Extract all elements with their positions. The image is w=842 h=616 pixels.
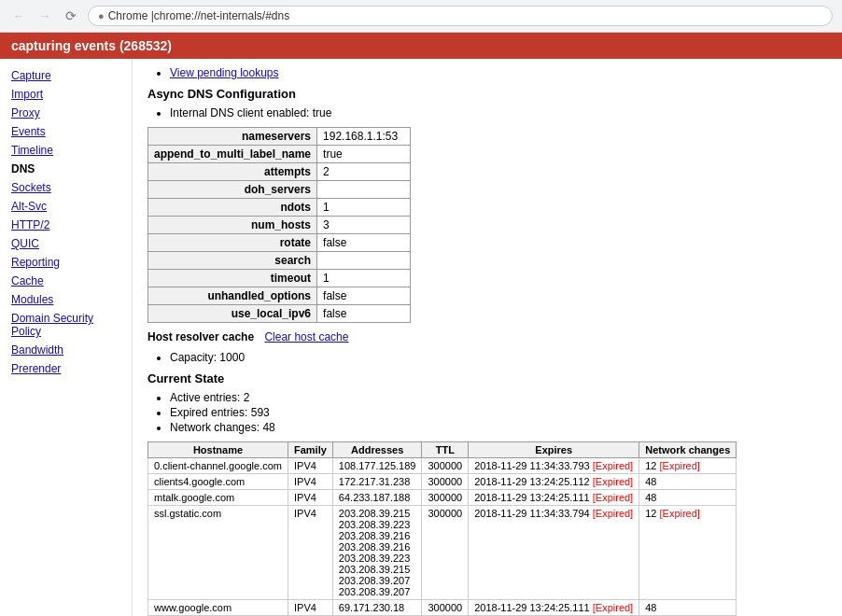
expired-badge: [Expired] [593, 492, 633, 503]
hostname-cell: clients4.google.com [148, 474, 288, 490]
current-state-item: Expired entries: 593 [170, 406, 827, 419]
expires-cell: 2018-11-29 13:24:25.112 [Expired] [469, 474, 639, 490]
table-row: www.google.comIPV469.171.230.18300000201… [148, 600, 737, 616]
address-url: chrome://net-internals/#dns [154, 9, 289, 22]
table-row: nameservers192.168.1.1:53 [148, 128, 411, 146]
addresses-cell: 108.177.125.189 [332, 458, 422, 474]
current-state-title: Current State [147, 371, 827, 385]
expired-badge: [Expired] [659, 508, 699, 519]
current-state-item: Network changes: 48 [170, 421, 827, 434]
table-header: Family [288, 442, 332, 458]
expires-cell: 2018-11-29 13:24:25.111 [Expired] [469, 490, 639, 506]
network-changes-cell: 48 [639, 490, 737, 506]
family-cell: IPV4 [288, 474, 332, 490]
hostname-cell: www.google.com [148, 600, 288, 616]
table-row: unhandled_optionsfalse [148, 287, 411, 305]
sidebar-item-quic[interactable]: QUIC [0, 234, 132, 253]
expires-cell: 2018-11-29 11:34:33.794 [Expired] [469, 506, 639, 600]
data-table: HostnameFamilyAddressesTTLExpiresNetwork… [147, 441, 737, 616]
expired-badge: [Expired] [593, 476, 633, 487]
table-row: search [148, 252, 411, 270]
sidebar-item-alt-svc[interactable]: Alt-Svc [0, 197, 132, 216]
sidebar-item-proxy[interactable]: Proxy [0, 104, 132, 122]
network-changes-cell: 12 [Expired] [639, 506, 737, 600]
expired-badge: [Expired] [659, 460, 699, 471]
dns-config-table: nameservers192.168.1.1:53append_to_multi… [147, 127, 411, 323]
addresses-cell: 203.208.39.215203.208.39.223203.208.39.2… [332, 506, 422, 600]
sidebar-item-dns[interactable]: DNS [0, 160, 132, 178]
current-state-item: Active entries: 2 [170, 391, 827, 404]
ttl-cell: 300000 [422, 490, 469, 506]
sidebar-item-capture[interactable]: Capture [0, 66, 132, 85]
ttl-cell: 300000 [422, 458, 469, 474]
table-row: 0.client-channel.google.comIPV4108.177.1… [148, 458, 737, 474]
network-changes-cell: 48 [639, 600, 737, 616]
sidebar-item-http-2[interactable]: HTTP/2 [0, 216, 132, 234]
expires-cell: 2018-11-29 11:34:33.793 [Expired] [469, 458, 639, 474]
sidebar-item-reporting[interactable]: Reporting [0, 253, 132, 272]
sidebar-item-import[interactable]: Import [0, 85, 132, 104]
sidebar-item-modules[interactable]: Modules [0, 290, 132, 309]
current-state-list: Active entries: 2Expired entries: 593Net… [170, 391, 827, 434]
table-row: timeout1 [148, 270, 411, 287]
family-cell: IPV4 [288, 490, 332, 506]
ttl-cell: 300000 [422, 474, 469, 490]
back-button[interactable]: ← [9, 7, 28, 25]
hostname-cell: mtalk.google.com [148, 490, 288, 506]
reload-button[interactable]: ⟳ [62, 7, 80, 25]
browser-toolbar: ← → ⟳ ● Chrome | chrome://net-internals/… [0, 0, 842, 33]
sidebar-item-events[interactable]: Events [0, 122, 132, 141]
expired-badge: [Expired] [593, 602, 633, 613]
host-resolver-section: Host resolver cache Clear host cache [147, 330, 827, 343]
table-row: ndots1 [148, 199, 411, 217]
table-row: ssl.gstatic.comIPV4203.208.39.215203.208… [148, 506, 737, 600]
sidebar-item-timeline[interactable]: Timeline [0, 141, 132, 160]
network-changes-cell: 48 [639, 474, 737, 490]
ttl-cell: 300000 [422, 506, 469, 600]
capacity-text: Capacity: 1000 [170, 351, 827, 364]
host-resolver-title: Host resolver cache [147, 330, 254, 343]
table-header: TTL [422, 442, 469, 458]
address-bar[interactable]: ● Chrome | chrome://net-internals/#dns [88, 6, 833, 26]
expired-badge: [Expired] [593, 460, 633, 471]
main-layout: CaptureImportProxyEventsTimelineDNSSocke… [0, 59, 842, 616]
internal-dns-text: Internal DNS client enabled: true [170, 106, 827, 119]
table-header: Network changes [639, 442, 737, 458]
content-area: View pending lookups Async DNS Configura… [133, 59, 842, 616]
addresses-cell: 172.217.31.238 [332, 474, 422, 490]
expires-cell: 2018-11-29 13:24:25.111 [Expired] [469, 600, 639, 616]
hostname-cell: 0.client-channel.google.com [148, 458, 288, 474]
expired-badge: [Expired] [593, 508, 633, 519]
table-row: clients4.google.comIPV4172.217.31.238300… [148, 474, 737, 490]
table-header: Addresses [332, 442, 422, 458]
table-row: num_hosts3 [148, 217, 411, 234]
header-title: capturing events (268532) [11, 38, 172, 53]
sidebar: CaptureImportProxyEventsTimelineDNSSocke… [0, 59, 133, 616]
network-changes-cell: 12 [Expired] [639, 458, 737, 474]
table-row: doh_servers [148, 181, 411, 199]
forward-button[interactable]: → [35, 7, 54, 25]
table-row: append_to_multi_label_nametrue [148, 146, 411, 163]
addresses-cell: 64.233.187.188 [332, 490, 422, 506]
ttl-cell: 300000 [422, 600, 469, 616]
sidebar-item-prerender[interactable]: Prerender [0, 359, 132, 378]
pending-lookups-link[interactable]: View pending lookups [170, 66, 279, 79]
header-bar: capturing events (268532) [0, 33, 842, 59]
table-header: Expires [469, 442, 639, 458]
family-cell: IPV4 [288, 600, 332, 616]
table-row: rotatefalse [148, 234, 411, 252]
clear-cache-link[interactable]: Clear host cache [264, 330, 348, 343]
sidebar-item-sockets[interactable]: Sockets [0, 178, 132, 197]
table-row: mtalk.google.comIPV464.233.187.188300000… [148, 490, 737, 506]
family-cell: IPV4 [288, 458, 332, 474]
sidebar-item-cache[interactable]: Cache [0, 272, 132, 290]
address-prefix: Chrome | [108, 9, 154, 22]
addresses-cell: 69.171.230.18 [332, 600, 422, 616]
pending-lookups-item: View pending lookups [170, 66, 827, 79]
sidebar-item-domain-security-policy[interactable]: Domain Security Policy [0, 309, 132, 341]
lock-icon: ● [98, 10, 105, 21]
family-cell: IPV4 [288, 506, 332, 600]
table-row: use_local_ipv6false [148, 305, 411, 323]
table-row: attempts2 [148, 163, 411, 181]
sidebar-item-bandwidth[interactable]: Bandwidth [0, 341, 132, 359]
